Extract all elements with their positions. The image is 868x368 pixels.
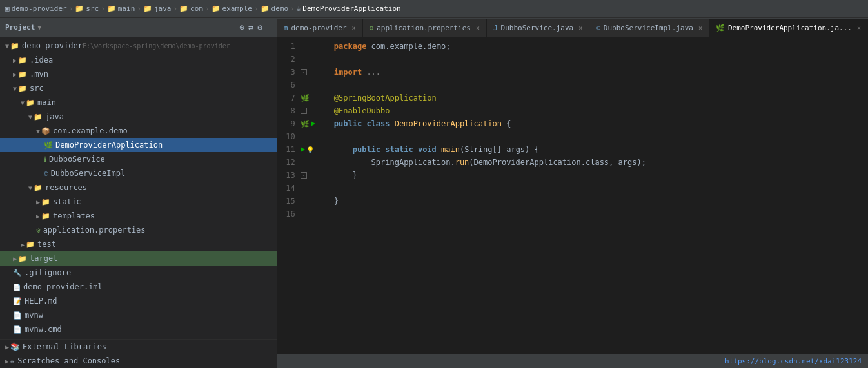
static-folder-icon: 📁 xyxy=(41,198,50,206)
code-line-16 xyxy=(334,208,868,220)
spring-run-icon-7: 🌿 xyxy=(301,94,310,102)
gutter-line-8: 8 - xyxy=(277,104,329,117)
tree-item-help[interactable]: 📝 HELP.md xyxy=(0,294,277,308)
tree-item-package[interactable]: ▼ 📦 com.example.demo xyxy=(0,124,277,138)
blog-link[interactable]: https://blog.csdn.net/xdai123124 xyxy=(725,357,862,365)
src-icon: 📁 xyxy=(75,5,84,13)
templates-folder-icon: 📁 xyxy=(41,212,50,220)
gutter-line-6: 6 xyxy=(277,79,329,92)
tree-item-mvn[interactable]: ▶ 📁 .mvn xyxy=(0,67,277,81)
scratches-icon: ✏ xyxy=(10,356,15,365)
tree-item-main[interactable]: ▼ 📁 main xyxy=(0,95,277,110)
tab-close-button[interactable]: × xyxy=(857,24,861,32)
fold-marker-3[interactable]: - xyxy=(301,69,307,75)
tab-application-properties[interactable]: ⚙ application.properties × xyxy=(363,19,487,37)
hide-icon[interactable]: — xyxy=(266,23,271,32)
tab-icon: m xyxy=(284,24,288,32)
tree-item-java[interactable]: ▼ 📁 java xyxy=(0,110,277,124)
tab-icon: © xyxy=(596,24,600,32)
tree-item-mvnw[interactable]: 📄 mvnw xyxy=(0,308,277,322)
tab-close-button[interactable]: × xyxy=(698,24,702,32)
fold-marker-13[interactable]: - xyxy=(301,172,307,179)
gutter-line-14: 14 xyxy=(277,182,329,195)
external-libraries-item[interactable]: ▶ 📚 External Libraries xyxy=(0,340,277,354)
run-icon-9[interactable] xyxy=(311,121,315,126)
tree-item-test[interactable]: ▶ 📁 test xyxy=(0,237,277,251)
scratches-consoles-item[interactable]: ▶ ✏ Scratches and Consoles xyxy=(0,354,277,368)
tree-item-app-props[interactable]: ⚙ application.properties xyxy=(0,223,277,237)
tree-item-label: application.properties xyxy=(43,226,146,235)
src-folder-icon: 📁 xyxy=(18,84,27,93)
code-line-7: @SpringBootApplication xyxy=(334,92,868,104)
chevron-icon: ▼ xyxy=(21,99,25,106)
line-num-16: 16 xyxy=(277,209,301,218)
tree-item-label: .idea xyxy=(30,55,53,64)
code-line-12: SpringApplication.run(DemoProviderApplic… xyxy=(334,156,868,169)
mvn-folder-icon: 📁 xyxy=(18,70,27,79)
code-content[interactable]: package com.example.demo; import ... @Sp… xyxy=(329,40,868,351)
tab-dubbo-service[interactable]: J DubboService.java × xyxy=(487,19,589,37)
tree-item-label: DemoProviderApplication xyxy=(55,140,163,150)
gutter-line-7: 7 🌿 xyxy=(277,92,329,104)
code-line-13: } xyxy=(334,169,868,182)
method-main: main xyxy=(441,143,460,156)
tab-close-button[interactable]: × xyxy=(352,24,356,32)
tree-item-templates[interactable]: ▶ 📁 templates xyxy=(0,209,277,223)
package-folder-icon: 📦 xyxy=(41,127,50,135)
tree-item-label: templates xyxy=(53,211,95,220)
status-bar: https://blog.csdn.net/xdai123124 xyxy=(277,354,868,368)
run-icon-11[interactable] xyxy=(301,147,305,152)
tree-item-static[interactable]: ▶ 📁 static xyxy=(0,195,277,209)
tab-label: application.properties xyxy=(377,24,471,32)
code-line-15: } xyxy=(334,195,868,208)
breadcrumb: ▣ demo-provider › 📁 src › 📁 main › 📁 jav… xyxy=(5,5,401,13)
tree-item-src[interactable]: ▼ 📁 src xyxy=(0,81,277,95)
resources-folder-icon: 📁 xyxy=(34,184,43,192)
kw-static: static xyxy=(385,143,413,156)
tree-item-target[interactable]: ▶ 📁 target xyxy=(0,251,277,266)
dropdown-arrow[interactable]: ▼ xyxy=(37,24,41,31)
kw-void: void xyxy=(418,143,437,156)
keyword-import: import xyxy=(334,66,367,79)
target-folder-icon: 📁 xyxy=(18,255,27,263)
chevron-icon: ▼ xyxy=(36,128,40,135)
chevron-icon: ▶ xyxy=(5,358,9,365)
md-icon: 📝 xyxy=(13,297,22,305)
tree-item-label: demo-provider xyxy=(22,41,83,50)
code-line-9: public class DemoProviderApplication { xyxy=(334,117,868,130)
tab-demo-provider[interactable]: m demo-provider × xyxy=(277,19,363,37)
test-folder-icon: 📁 xyxy=(26,240,35,249)
code-line-10 xyxy=(334,130,868,143)
tab-close-button[interactable]: × xyxy=(476,24,480,32)
sidebar-header: Project ▼ ⊕ ⇄ ⚙ — xyxy=(0,18,277,37)
kw-class: class xyxy=(366,117,390,130)
tree-item-dubbo-service[interactable]: ℹ DubboService xyxy=(0,152,277,166)
tree-item-gitignore[interactable]: 🔧 .gitignore xyxy=(0,266,277,280)
tree-item-label: mvnw.cmd xyxy=(25,325,62,334)
expand-icon[interactable]: ⇄ xyxy=(248,23,253,32)
tree-item-label: test xyxy=(37,240,56,249)
tree-item-dubbo-impl[interactable]: © DubboServiceImpl xyxy=(0,166,277,180)
tree-item-label: DubboService xyxy=(49,155,105,164)
tree-item-demo-provider-app[interactable]: 🌿 DemoProviderApplication xyxy=(0,138,277,152)
code-editor[interactable]: 1 2 3 - 6 xyxy=(277,37,868,354)
code-line-3: import ... xyxy=(334,66,868,79)
breadcrumb-project: demo-provider xyxy=(12,5,67,13)
tab-close-button[interactable]: × xyxy=(578,24,582,32)
tab-dubbo-service-impl[interactable]: © DubboServiceImpl.java × xyxy=(589,19,709,37)
tree-item-demo-provider[interactable]: ▼ 📁 demo-provider E:\workspace-spring\de… xyxy=(0,39,277,53)
idea-folder-icon: 📁 xyxy=(18,56,27,64)
line-num-3: 3 xyxy=(277,68,301,77)
fold-marker-8[interactable]: - xyxy=(301,108,307,114)
tab-demo-provider-app[interactable]: 🌿 DemoProviderApplication.ja... × xyxy=(709,19,868,37)
code-line-11: public static void main(String[] args) { xyxy=(334,143,868,156)
line-num-15: 15 xyxy=(277,197,301,206)
tab-label: demo-provider xyxy=(291,24,346,32)
tree-item-resources[interactable]: ▼ 📁 resources xyxy=(0,180,277,195)
locate-icon[interactable]: ⊕ xyxy=(240,23,245,32)
tree-item-label: DubboServiceImpl xyxy=(51,169,126,178)
tree-item-mvnw-cmd[interactable]: 📄 mvnw.cmd xyxy=(0,322,277,336)
tree-item-iml[interactable]: 📄 demo-provider.iml xyxy=(0,280,277,294)
settings-icon[interactable]: ⚙ xyxy=(257,23,262,32)
tree-item-idea[interactable]: ▶ 📁 .idea xyxy=(0,53,277,67)
